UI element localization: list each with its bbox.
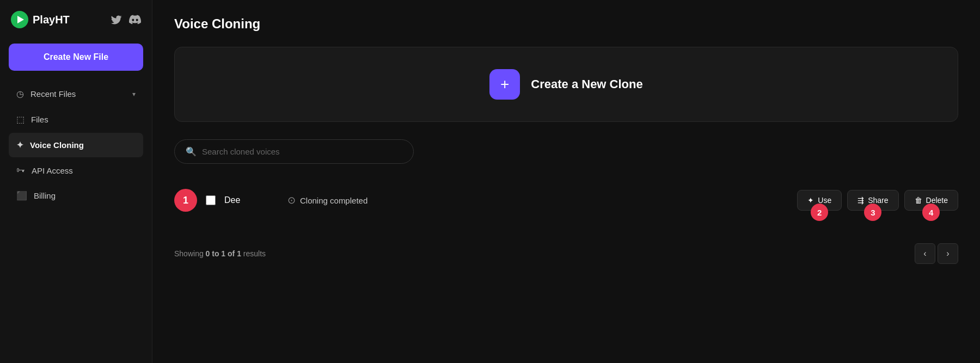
sidebar-item-billing[interactable]: ⬛ Billing: [9, 183, 143, 208]
badge-4: 4: [922, 204, 940, 221]
search-input[interactable]: [202, 147, 402, 156]
billing-icon: ⬛: [16, 190, 27, 201]
status-text: Cloning completed: [300, 196, 367, 205]
playht-logo-icon: [11, 11, 28, 28]
api-access-icon: 🗝: [16, 165, 25, 175]
page-title: Voice Cloning: [174, 16, 958, 32]
logo: PlayHT: [11, 11, 70, 28]
sidebar-item-label: Files: [31, 115, 48, 124]
delete-button[interactable]: 🗑 Delete 4: [904, 190, 958, 211]
create-clone-banner[interactable]: + Create a New Clone: [174, 47, 958, 122]
logo-row: PlayHT: [9, 11, 143, 28]
sidebar-item-voice-cloning[interactable]: ✦ Voice Cloning: [9, 133, 143, 157]
sidebar-item-label: Billing: [34, 191, 56, 200]
voice-row-checkbox[interactable]: [206, 195, 216, 205]
bottom-row: Showing 0 to 1 of 1 results ‹ ›: [174, 239, 958, 264]
use-button[interactable]: ✦ Use 2: [797, 190, 842, 211]
prev-page-button[interactable]: ‹: [915, 243, 935, 264]
search-icon: 🔍: [186, 146, 197, 157]
discord-icon[interactable]: [129, 14, 141, 26]
prev-icon: ‹: [923, 249, 926, 259]
badge-3: 3: [864, 204, 881, 221]
create-clone-plus-icon: +: [489, 69, 520, 100]
share-button[interactable]: ⇶ Share 3: [847, 190, 898, 211]
results-text: Showing 0 to 1 of 1 results: [174, 249, 266, 258]
next-icon: ›: [946, 249, 949, 259]
use-icon: ✦: [807, 196, 814, 205]
files-icon: ⬚: [16, 114, 24, 125]
badge-2: 2: [811, 204, 828, 221]
voice-name: Dee: [224, 195, 268, 205]
pagination: ‹ ›: [915, 243, 958, 264]
create-new-file-button[interactable]: Create New File: [9, 44, 143, 71]
results-count: 0 to 1 of 1: [206, 249, 241, 258]
main-content: Voice Cloning + Create a New Clone 🔍 1 D…: [152, 0, 980, 363]
search-container: 🔍: [174, 139, 958, 164]
status-check-icon: ⊙: [287, 194, 296, 206]
create-clone-label: Create a New Clone: [531, 77, 642, 91]
sidebar-item-label: API Access: [32, 166, 73, 175]
sidebar-item-recent-files[interactable]: ◷ Recent Files ▾: [9, 82, 143, 106]
voice-cloning-icon: ✦: [16, 140, 23, 150]
clone-status: ⊙ Cloning completed: [287, 194, 367, 206]
chevron-down-icon: ▾: [132, 90, 136, 98]
next-page-button[interactable]: ›: [938, 243, 958, 264]
voice-list-row: 1 Dee ⊙ Cloning completed ✦ Use 2 ⇶ Shar: [174, 179, 958, 222]
share-icon: ⇶: [857, 196, 864, 205]
app-name: PlayHT: [33, 14, 70, 26]
sidebar-nav: ◷ Recent Files ▾ ⬚ Files ✦ Voice Cloning…: [9, 82, 143, 209]
sidebar: PlayHT Create New File ◷ Recent Files ▾ …: [0, 0, 152, 363]
sidebar-item-files[interactable]: ⬚ Files: [9, 107, 143, 132]
sidebar-item-api-access[interactable]: 🗝 API Access: [9, 158, 143, 182]
row-badge-1: 1: [174, 189, 197, 212]
sidebar-item-label: Voice Cloning: [30, 140, 84, 150]
row-actions: ✦ Use 2 ⇶ Share 3 🗑 Delete 4: [797, 190, 958, 211]
recent-files-icon: ◷: [16, 89, 24, 99]
delete-icon: 🗑: [915, 196, 922, 205]
sidebar-item-label: Recent Files: [30, 89, 76, 99]
twitter-icon[interactable]: [111, 14, 122, 26]
social-icons: [111, 14, 141, 26]
search-box: 🔍: [174, 139, 414, 164]
